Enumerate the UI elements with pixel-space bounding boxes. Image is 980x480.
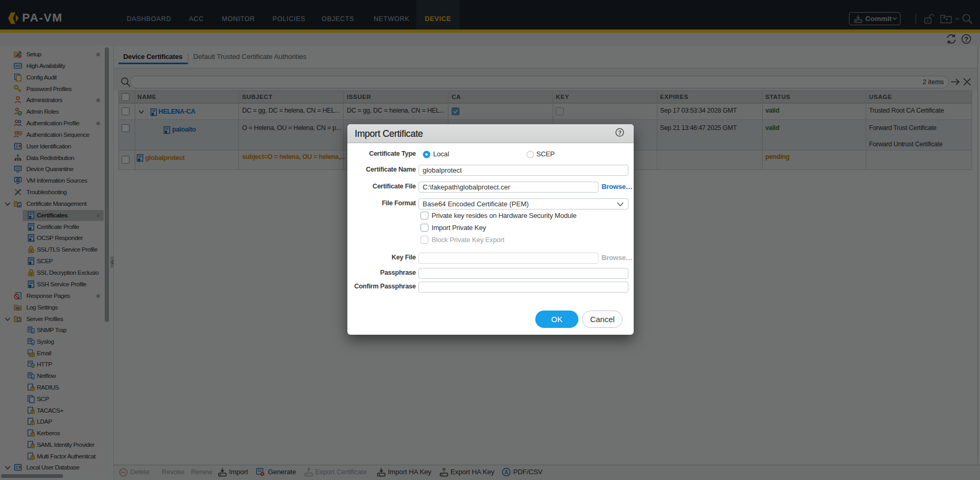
svg-text:?: ? bbox=[618, 129, 622, 136]
